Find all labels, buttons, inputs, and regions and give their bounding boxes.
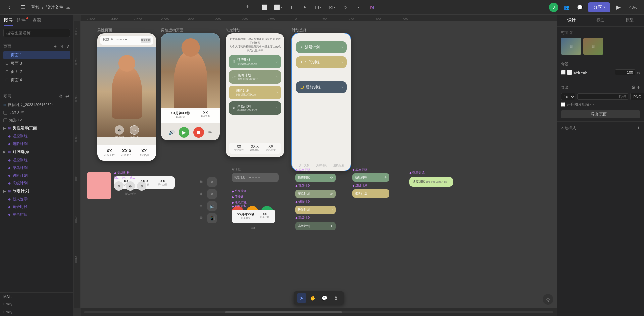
back-button[interactable]: ‹ [4, 2, 15, 13]
layer-adapt-train-1[interactable]: ◆ 适应训练 [0, 132, 73, 140]
layer-rookie-plan[interactable]: ◆ 菜鸟计划 [0, 164, 73, 172]
tab-layers[interactable]: 图层 [4, 17, 13, 26]
local-style-add-btn[interactable]: + [637, 125, 640, 131]
right-plan-advanced[interactable]: 进阶计划 ↑ [352, 189, 389, 198]
plan-rookie[interactable]: 🕊 菜鸟计划 菜鸟训练XX到XX次 › [229, 70, 281, 84]
right-plan-adapt[interactable]: 适应训练 ⚙ [352, 173, 389, 182]
layer-male-sport-group[interactable]: ▶ ⊞ 男性运动页面 [0, 124, 73, 132]
add-tool-button[interactable]: + [242, 2, 253, 13]
page-item-1[interactable]: ☐ 页面 1 [3, 51, 70, 59]
hand-tool[interactable]: ✋ [308, 293, 318, 303]
export-add-btn[interactable]: + [637, 84, 640, 90]
menu-button[interactable]: ☰ [17, 2, 28, 13]
lower-plan-advanced[interactable]: 进阶计划 ↑ [295, 206, 336, 214]
volume-button[interactable]: 🔊 [169, 130, 175, 135]
export-button[interactable]: 导出 页面 1 [561, 110, 640, 118]
lower-plan-rookie[interactable]: 菜鸟计划 🕊 [295, 190, 336, 198]
scroll-thumb[interactable] [225, 311, 342, 313]
pencil-button[interactable]: ✏ [208, 130, 212, 135]
layer-remaining-time-2[interactable]: ◆ 剩余时长 [0, 211, 73, 218]
export-suffix-input[interactable] [577, 93, 628, 100]
layer-plan-select-group[interactable]: ▶ ⊞ 计划选择 [0, 148, 73, 156]
eye-toggle[interactable] [561, 70, 566, 75]
layer-empty-record[interactable]: 记录为空 [0, 109, 73, 116]
sound-icon[interactable]: 🔉 [207, 201, 217, 211]
layer-checkbox-1[interactable] [3, 111, 7, 115]
small-btn-2[interactable]: ⊙ [126, 181, 135, 191]
quiet-icon[interactable]: ✕ [207, 189, 217, 199]
canvas-area[interactable]: -1600 -1400 -1200 -1000 -800 -600 -400 -… [74, 15, 557, 316]
quick-start-btn[interactable]: 快速开始 [141, 38, 151, 43]
user-avatar[interactable]: J [549, 3, 558, 12]
export-format-select[interactable]: PNG JPG SVG [630, 93, 644, 100]
comments-button[interactable]: 💬 [575, 2, 585, 13]
compress-checkbox[interactable] [561, 102, 565, 107]
cover-thumb-2[interactable]: 图 [583, 38, 603, 55]
crop-tool-button[interactable]: ⊡ [353, 2, 364, 13]
right-tab-annotate[interactable]: 标注 [586, 15, 615, 26]
layer-newbie[interactable]: ◆ 新人速学 [0, 195, 73, 203]
components-button[interactable]: ⊡▾ [313, 2, 324, 13]
cursor-tool[interactable]: ➤ [297, 293, 306, 303]
play-button[interactable]: ▶ [613, 2, 624, 13]
layer-remaining-time-1[interactable]: ◆ 剩余时长 [0, 203, 73, 211]
lower-plan-adapt[interactable]: 适应训练 ⚙ [295, 174, 336, 182]
tab-components[interactable]: 组件 [17, 17, 28, 26]
layer-custom-plan-group[interactable]: ▶ ⊞ 制定计划 [0, 187, 73, 195]
search-input[interactable] [3, 29, 70, 37]
ban-icon[interactable]: ✕ [207, 177, 217, 187]
ai-button[interactable]: N [367, 2, 378, 13]
selected-plan-noon[interactable]: ★ 午间训练 › [296, 56, 347, 68]
layer-adapt-train-2[interactable]: ◆ 适应训练 [0, 156, 73, 164]
layers-collapse-button[interactable]: ↩ [65, 93, 70, 100]
selected-plan-night[interactable]: 🌙 睡前训练 › [296, 81, 347, 93]
bg-color-swatch[interactable] [567, 70, 572, 75]
layer-senior-plan[interactable]: ◆ 高级计划 [0, 179, 73, 187]
shaking-icon[interactable]: 📳 [207, 213, 217, 223]
scroll-track[interactable] [84, 311, 553, 313]
play-control-button[interactable]: ▶ [179, 127, 189, 138]
add-page-button[interactable]: + [53, 43, 57, 50]
expand-tool[interactable]: ⊻ [331, 293, 341, 303]
page-options-button[interactable]: ⊡ [59, 43, 64, 50]
plan-advanced[interactable]: ↑ 进阶计划 进阶训练XX到XX次 › [229, 86, 281, 99]
frame-tool-button[interactable]: ⬜ [259, 2, 270, 13]
pen-tool-button[interactable]: ✦ [300, 2, 310, 13]
stop-control-button[interactable]: ⏹ [193, 127, 204, 138]
pencil-tool-btn[interactable]: ✏ [251, 225, 256, 231]
comment-tool[interactable]: 💬 [320, 293, 329, 303]
collaborate-button[interactable]: 👥 [561, 2, 572, 13]
small-btn-1[interactable]: ⊙ [114, 181, 123, 191]
page-item-2[interactable]: ☐ 页面 2 [3, 68, 70, 76]
layer-progress-plan-1[interactable]: ◆ 进阶计划 [0, 140, 73, 148]
text-tool-button[interactable]: T [286, 2, 297, 13]
layer-advanced-plan-1[interactable]: ◆ 进阶计划 [0, 172, 73, 179]
right-tab-prototype[interactable]: 原型 [615, 15, 644, 26]
layer-checkbox-2[interactable] [3, 118, 7, 122]
layer-wechat-img[interactable]: ⊞ 微信图片_20231206162324 [0, 101, 73, 109]
tr-adapt-card[interactable]: 适应训练 建议完成1天练习5天 › [409, 177, 453, 187]
lower-plan-senior[interactable]: 高级计划 ★ [295, 222, 336, 230]
figma-logo-area[interactable]: Q [543, 294, 553, 305]
page-item-4[interactable]: ☐ 页面 4 [3, 76, 70, 84]
page-item-3[interactable]: ☐ 页面 3 [3, 59, 70, 68]
selected-plan-morning[interactable]: ☀ 清晨计划 › [296, 41, 347, 53]
layers-options-button[interactable]: ⚙ [58, 93, 63, 100]
tab-assets[interactable]: 资源 [32, 17, 41, 26]
plan-senior[interactable]: ★ 高级计划 高级训练XX到XX次 › [229, 101, 281, 115]
layer-rect12[interactable]: 矩形 12 [0, 116, 73, 124]
bg-opacity-input[interactable] [615, 69, 635, 75]
canvas-viewport[interactable]: 男性页面 制定计划：50000000 快速开始 [81, 21, 557, 308]
share-button[interactable]: 分享 ▾ [588, 2, 610, 12]
export-scale-select[interactable]: 1x 2x [561, 93, 575, 100]
small-btn-3[interactable]: ⊙ [137, 181, 146, 191]
plan-adapt-train[interactable]: ⚙ 适应训练 适应训练 XXXXX次 › [229, 55, 281, 68]
action-history[interactable]: ⊙ 历史记录 [115, 125, 124, 139]
circle-tool-button[interactable]: ○ [340, 2, 351, 13]
right-tab-design[interactable]: 设计 [557, 15, 586, 26]
action-new[interactable]: New 加入好友 [130, 125, 139, 139]
export-settings-btn[interactable]: ⚙ [631, 84, 636, 90]
mask-button[interactable]: ⊠▾ [327, 2, 337, 13]
cover-thumb-1[interactable]: 图 [561, 38, 581, 55]
page-collapse-button[interactable]: ∨ [65, 43, 70, 50]
